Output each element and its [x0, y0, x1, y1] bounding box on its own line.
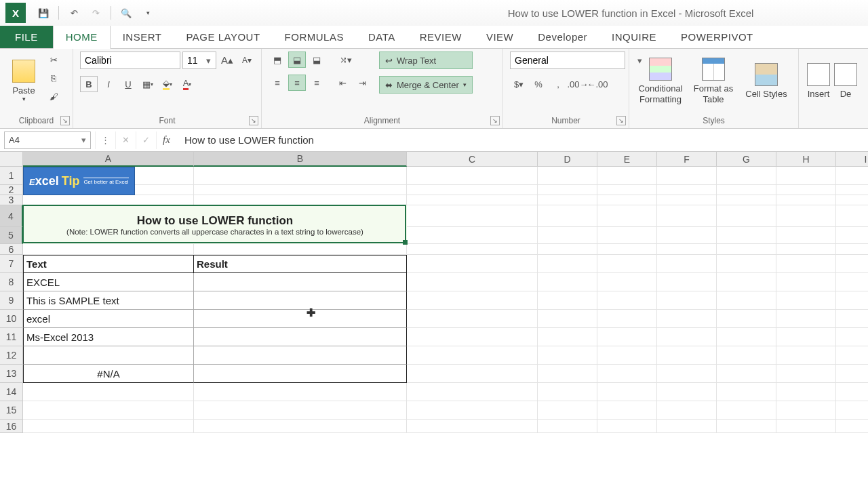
cell-G11[interactable] [717, 328, 776, 346]
cell-H5[interactable] [776, 227, 836, 244]
cell-F8[interactable] [657, 273, 717, 291]
cell-H11[interactable] [776, 328, 836, 346]
cell-B1[interactable] [194, 167, 407, 185]
tab-developer[interactable]: Developer [526, 26, 599, 48]
cell-C16[interactable] [407, 420, 538, 433]
row-header-10[interactable]: 10 [0, 310, 23, 328]
cell-E6[interactable] [597, 244, 657, 255]
row-header-5[interactable]: 5 [0, 227, 23, 244]
cell-I3[interactable] [836, 195, 868, 205]
cell-E13[interactable] [597, 365, 657, 383]
cell-A9[interactable]: This is SAMPLE text [23, 291, 194, 310]
cell-C13[interactable] [407, 365, 538, 383]
cell-D7[interactable] [538, 255, 597, 273]
align-bottom-icon[interactable]: ⬓ [308, 52, 326, 68]
cell-C14[interactable] [407, 383, 538, 401]
cell-D9[interactable] [538, 291, 597, 310]
tab-formulas[interactable]: FORMULAS [273, 26, 356, 48]
row-header-11[interactable]: 11 [0, 328, 23, 346]
namebox-caret-icon[interactable]: ▾ [81, 135, 86, 145]
col-header-B[interactable]: B [194, 152, 407, 167]
alignment-launcher[interactable]: ↘ [490, 116, 500, 125]
cell-I10[interactable] [836, 310, 868, 328]
cell-F16[interactable] [657, 420, 717, 433]
row-header-16[interactable]: 16 [0, 420, 23, 433]
cell-F7[interactable] [657, 255, 717, 273]
cancel-formula-icon[interactable]: ✕ [115, 131, 136, 149]
cell-I13[interactable] [836, 365, 868, 383]
row-header-13[interactable]: 13 [0, 365, 23, 383]
cell-F10[interactable] [657, 310, 717, 328]
cell-I16[interactable] [836, 420, 868, 433]
conditional-formatting-button[interactable]: Conditional Formatting [636, 52, 685, 111]
cell-G2[interactable] [717, 185, 776, 195]
undo-icon[interactable]: ↶ [64, 3, 83, 22]
decrease-indent-icon[interactable]: ⇤ [334, 75, 351, 91]
preview-icon[interactable]: 🔍 [117, 3, 136, 22]
cell-A11[interactable]: Ms-Excel 2013 [23, 328, 194, 346]
number-launcher[interactable]: ↘ [616, 116, 626, 125]
cell-E8[interactable] [597, 273, 657, 291]
col-header-C[interactable]: C [407, 152, 538, 167]
cell-G15[interactable] [717, 401, 776, 420]
cell-G4[interactable] [717, 205, 776, 227]
cell-I11[interactable] [836, 328, 868, 346]
cell-F2[interactable] [657, 185, 717, 195]
cell-B10[interactable] [194, 310, 407, 328]
col-header-H[interactable]: H [776, 152, 836, 167]
cell-A12[interactable] [23, 346, 194, 365]
cell-B8[interactable] [194, 273, 407, 291]
cell-C6[interactable] [407, 244, 538, 255]
cell-H3[interactable] [776, 195, 836, 205]
border-button[interactable]: ▦▾ [139, 76, 157, 92]
cell-A15[interactable] [23, 401, 194, 420]
increase-indent-icon[interactable]: ⇥ [353, 75, 371, 91]
bold-button[interactable]: B [80, 76, 98, 92]
paste-button[interactable]: Paste ▾ [7, 52, 41, 111]
cell-C11[interactable] [407, 328, 538, 346]
cell-G8[interactable] [717, 273, 776, 291]
cell-styles-button[interactable]: Cell Styles [742, 52, 791, 111]
cell-D2[interactable] [538, 185, 597, 195]
italic-button[interactable]: I [100, 76, 117, 92]
font-launcher[interactable]: ↘ [249, 116, 258, 125]
select-all-button[interactable] [0, 152, 23, 167]
cell-E10[interactable] [597, 310, 657, 328]
tab-page-layout[interactable]: PAGE LAYOUT [174, 26, 272, 48]
cell-I8[interactable] [836, 273, 868, 291]
cell-B15[interactable] [194, 401, 407, 420]
cell-I7[interactable] [836, 255, 868, 273]
cell-D3[interactable] [538, 195, 597, 205]
cell-G13[interactable] [717, 365, 776, 383]
cell-A16[interactable] [23, 420, 194, 433]
cell-I6[interactable] [836, 244, 868, 255]
cell-E9[interactable] [597, 291, 657, 310]
qat-customize-icon[interactable]: ▾ [138, 3, 157, 22]
row-header-12[interactable]: 12 [0, 346, 23, 365]
expand-formula-icon[interactable]: ⋮ [95, 131, 115, 149]
cell-B14[interactable] [194, 383, 407, 401]
cell-D13[interactable] [538, 365, 597, 383]
cell-I14[interactable] [836, 383, 868, 401]
cell-C8[interactable] [407, 273, 538, 291]
wrap-text-button[interactable]: ↩Wrap Text [379, 52, 473, 69]
enter-formula-icon[interactable]: ✓ [136, 131, 156, 149]
clipboard-launcher[interactable]: ↘ [60, 116, 70, 125]
underline-button[interactable]: U [119, 76, 137, 92]
cell-G12[interactable] [717, 346, 776, 365]
excel-icon[interactable]: X [5, 3, 26, 23]
cell-H10[interactable] [776, 310, 836, 328]
cell-C3[interactable] [407, 195, 538, 205]
cell-I12[interactable] [836, 346, 868, 365]
font-size-select[interactable]: ▾ [182, 52, 216, 69]
cell-G16[interactable] [717, 420, 776, 433]
increase-decimal-icon[interactable]: .00→ [569, 76, 587, 92]
cell-I4[interactable] [836, 205, 868, 227]
cell-A10[interactable]: excel [23, 310, 194, 328]
cell-B3[interactable] [194, 195, 407, 205]
cell-E5[interactable] [597, 227, 657, 244]
cell-E3[interactable] [597, 195, 657, 205]
tab-home[interactable]: HOME [53, 25, 111, 49]
percent-icon[interactable]: % [530, 76, 547, 92]
tab-review[interactable]: REVIEW [408, 26, 474, 48]
